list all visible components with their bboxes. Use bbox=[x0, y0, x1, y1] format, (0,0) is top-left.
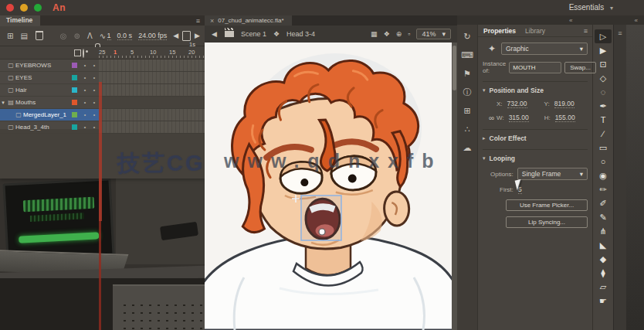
step-back-button[interactable]: ◀ bbox=[173, 32, 178, 39]
layer-lock-dot[interactable]: • bbox=[90, 124, 99, 130]
collapse-panels-button[interactable]: « bbox=[569, 17, 572, 24]
layer-visibility-dot[interactable]: • bbox=[80, 87, 90, 93]
layer-lock-dot[interactable]: • bbox=[90, 112, 99, 117]
edit-symbols-icon[interactable]: ❖ bbox=[384, 30, 390, 38]
close-window-button[interactable] bbox=[6, 4, 14, 12]
graph-editor-button[interactable]: ∿ bbox=[100, 32, 106, 40]
symbol-behavior-select[interactable]: Graphic ▾ bbox=[501, 43, 588, 55]
panel-menu-icon[interactable]: ≡ bbox=[584, 27, 588, 35]
frames-row[interactable] bbox=[99, 97, 205, 109]
clip-box-icon[interactable]: ▫ bbox=[408, 30, 410, 38]
panel-icon[interactable]: ⌨ bbox=[461, 51, 473, 60]
frames-row[interactable] bbox=[99, 60, 205, 72]
tab-timeline[interactable]: Timeline bbox=[0, 15, 40, 26]
panel-icon[interactable]: ☁ bbox=[463, 144, 472, 152]
tool-button[interactable]: ☛ bbox=[595, 294, 612, 308]
parenting-view-button[interactable]: Ʌ bbox=[87, 32, 93, 40]
layer-lock-dot[interactable]: • bbox=[90, 100, 99, 105]
tool-button[interactable]: ◉ bbox=[595, 168, 612, 182]
back-icon[interactable]: ◀ bbox=[212, 30, 217, 38]
tool-button[interactable]: ⋔ bbox=[595, 224, 612, 238]
panel-menu-icon[interactable]: ≡ bbox=[196, 17, 200, 25]
step-forward-button[interactable]: ▶ bbox=[195, 32, 200, 39]
tool-button[interactable]: ✒ bbox=[595, 99, 612, 113]
workspace-switcher[interactable]: Essentials ▾ bbox=[569, 3, 613, 12]
layer-row[interactable]: ▾ ▤ Mouths • • bbox=[0, 97, 99, 109]
elapsed-time-value[interactable]: 0.0 s bbox=[117, 32, 133, 40]
playhead[interactable] bbox=[99, 82, 102, 221]
tool-button[interactable]: ⧫ bbox=[595, 266, 612, 280]
y-value[interactable]: 819.00 bbox=[554, 100, 575, 108]
layer-visibility-dot[interactable]: • bbox=[80, 124, 90, 130]
folder-twirl-icon[interactable]: ▾ bbox=[0, 100, 6, 106]
layer-row[interactable]: ▢ MergedLayer_1 • • bbox=[0, 109, 99, 121]
layer-row[interactable]: ▢ Hair • • bbox=[0, 84, 99, 97]
tab-properties[interactable]: Properties bbox=[483, 27, 516, 35]
tool-button[interactable]: ▷ bbox=[595, 29, 612, 43]
panel-menu-icon[interactable]: ≡ bbox=[618, 29, 622, 37]
tab-library[interactable]: Library bbox=[525, 27, 545, 35]
tool-button[interactable]: ▭ bbox=[595, 141, 612, 155]
loop-frame-icon[interactable] bbox=[182, 31, 191, 41]
tool-button[interactable]: ✎ bbox=[595, 210, 612, 224]
layer-lock-dot[interactable]: • bbox=[90, 75, 99, 80]
panel-icon[interactable]: ↻ bbox=[463, 32, 470, 41]
delete-layer-button[interactable] bbox=[36, 31, 43, 40]
camera-icon[interactable]: ▦ bbox=[371, 30, 378, 38]
scrollbar-thumb[interactable] bbox=[452, 46, 456, 90]
x-value[interactable]: 732.00 bbox=[507, 100, 527, 108]
loop-options-select[interactable]: Single Frame ▾ bbox=[517, 168, 588, 180]
visibility-column-icon[interactable] bbox=[83, 49, 84, 58]
document-tab[interactable]: × 07_chud_animatecc.fla* bbox=[205, 15, 292, 26]
frames-row[interactable] bbox=[99, 84, 205, 97]
frames-grid[interactable] bbox=[99, 60, 205, 129]
section-looping[interactable]: ▾ Looping bbox=[483, 149, 588, 162]
tool-button[interactable]: T bbox=[595, 113, 612, 127]
section-position-size[interactable]: ▾ Position and Size bbox=[483, 81, 588, 94]
scene-breadcrumb[interactable]: Scene 1 bbox=[241, 30, 266, 38]
frames-row[interactable] bbox=[99, 121, 205, 134]
zoom-control[interactable]: 41% ▾ bbox=[416, 29, 451, 39]
current-frame-value[interactable]: 1 bbox=[107, 32, 111, 40]
use-frame-picker-button[interactable]: Use Frame Picker... bbox=[506, 199, 588, 211]
outline-column-icon[interactable] bbox=[74, 49, 81, 56]
panel-icon[interactable]: ⊞ bbox=[463, 107, 470, 115]
h-value[interactable]: 155.00 bbox=[555, 114, 575, 122]
frames-row[interactable] bbox=[99, 72, 205, 84]
tool-button[interactable]: ⊡ bbox=[595, 57, 612, 71]
first-frame-value[interactable]: 5 bbox=[518, 185, 522, 194]
tool-button[interactable]: ∕ bbox=[595, 127, 612, 141]
layer-visibility-dot[interactable]: • bbox=[80, 75, 90, 80]
panel-icon[interactable]: ⓘ bbox=[463, 88, 472, 97]
w-value[interactable]: 315.00 bbox=[509, 114, 529, 122]
tool-button[interactable]: ▶ bbox=[595, 43, 612, 57]
layer-row[interactable]: ▢ EYES • • bbox=[0, 72, 99, 84]
frame-rate-value[interactable]: 24.00 fps bbox=[138, 32, 167, 40]
tool-button[interactable]: ○ bbox=[595, 155, 612, 168]
swap-button[interactable]: Swap... bbox=[564, 62, 596, 73]
zoom-window-button[interactable] bbox=[34, 4, 42, 12]
instance-name-field[interactable] bbox=[509, 62, 561, 73]
layer-lock-dot[interactable]: • bbox=[90, 63, 99, 68]
frames-row[interactable] bbox=[99, 109, 205, 121]
layer-visibility-dot[interactable]: • bbox=[80, 112, 90, 117]
tool-button[interactable]: ✐ bbox=[595, 196, 612, 210]
layer-lock-dot[interactable]: • bbox=[90, 87, 99, 93]
layer-row[interactable]: ▢ EYEBROWS • • bbox=[0, 60, 99, 72]
close-document-icon[interactable]: × bbox=[210, 17, 214, 25]
layer-row[interactable]: ▢ Head_3_4th • • bbox=[0, 121, 99, 134]
panel-icon[interactable]: ⚑ bbox=[463, 70, 471, 78]
tool-button[interactable]: ◇ bbox=[595, 71, 612, 85]
layer-visibility-dot[interactable]: • bbox=[80, 63, 90, 68]
section-color-effect[interactable]: ▸ Color Effect bbox=[483, 129, 588, 142]
minimize-window-button[interactable] bbox=[20, 4, 28, 12]
new-layer-button[interactable]: ⊞ bbox=[7, 32, 13, 40]
tool-button[interactable]: ▱ bbox=[595, 280, 612, 294]
symbol-breadcrumb[interactable]: Head 3-4 bbox=[286, 30, 315, 38]
layer-visibility-dot[interactable]: • bbox=[80, 100, 90, 105]
center-frame-icon[interactable]: ⊕ bbox=[396, 30, 402, 38]
frame-ruler[interactable]: 1s 1 5 10 15 20 25 bbox=[99, 46, 205, 59]
tool-button[interactable]: ✏ bbox=[595, 182, 612, 196]
new-folder-button[interactable]: ▤ bbox=[20, 32, 27, 40]
panel-icon[interactable]: ∴ bbox=[465, 125, 470, 134]
